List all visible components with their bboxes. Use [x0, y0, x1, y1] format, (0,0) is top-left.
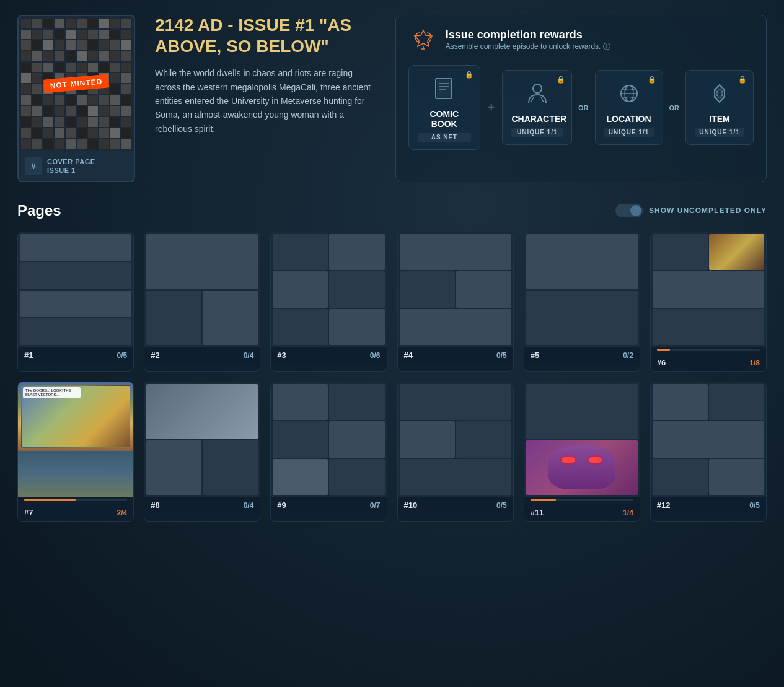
pages-grid: #1 0/5 #2 0/4	[17, 232, 767, 522]
page-thumbnail-6	[651, 232, 766, 347]
page-footer-6: #6 1/8	[651, 354, 766, 371]
page-count-3: 0/6	[370, 351, 381, 360]
page-count-9: 0/7	[370, 501, 381, 510]
page-footer-2: #2 0/4	[144, 347, 260, 364]
page-card-4[interactable]: #4 0/5	[397, 232, 514, 372]
lock-icon-item: 🔒	[738, 76, 747, 84]
page-number-1: #1	[24, 351, 33, 360]
cover-footer: # COVER PAGE ISSUE 1	[19, 151, 134, 181]
lock-icon-loc: 🔒	[648, 76, 656, 84]
page-count-8: 0/4	[244, 501, 254, 510]
page-footer-1: #1 0/5	[18, 347, 133, 364]
uncompleted-toggle[interactable]	[615, 204, 643, 217]
page-count-11: 1/4	[623, 509, 633, 517]
page-thumbnail-5	[524, 232, 640, 347]
lock-icon: 🔒	[465, 71, 473, 79]
page-number-8: #8	[151, 501, 159, 510]
progress-bar-7	[18, 497, 133, 504]
rewards-items: 🔒 Comic Book AS NFT +	[408, 65, 754, 150]
page-card-2[interactable]: #2 0/4	[144, 232, 260, 372]
header-section: NOT MINTED # COVER PAGE ISSUE 1 2142 AD …	[17, 15, 767, 182]
main-container: NOT MINTED # COVER PAGE ISSUE 1 2142 AD …	[0, 0, 784, 536]
page-card-11[interactable]: #11 1/4	[524, 382, 640, 522]
svg-point-7	[533, 84, 542, 93]
page-number-6: #6	[657, 358, 666, 367]
reward-location-tag: UNIQUE 1/1	[604, 128, 654, 137]
or-text-1: OR	[577, 104, 590, 112]
progress-bar-11	[524, 497, 640, 504]
page-number-10: #10	[404, 501, 418, 510]
page-count-7: 2/4	[117, 509, 127, 517]
location-icon	[614, 78, 645, 109]
page-card-3[interactable]: #3 0/6	[270, 232, 387, 372]
plus-separator: +	[485, 100, 498, 115]
page-number-9: #9	[277, 501, 286, 510]
reward-card-location[interactable]: 🔒 Location UNIQUE 1/1	[595, 70, 663, 145]
page-number-2: #2	[151, 351, 159, 360]
page-thumbnail-2	[144, 232, 260, 347]
toggle-label: SHOW UNCOMPLETED ONLY	[649, 206, 767, 215]
reward-item-name: Item	[695, 114, 744, 124]
reward-item-tag: UNIQUE 1/1	[695, 128, 744, 137]
toggle-container: SHOW UNCOMPLETED ONLY	[615, 204, 767, 217]
page-card-5[interactable]: #5 0/2	[524, 232, 640, 372]
svg-rect-3	[437, 80, 451, 97]
or-text-2: OR	[668, 104, 681, 112]
reward-card-character[interactable]: 🔒 Character UNIQUE 1/1	[502, 70, 572, 145]
page-thumbnail-12	[651, 382, 766, 497]
page-footer-4: #4 0/5	[398, 347, 513, 364]
page-thumbnail-7: THe DOORS... LOOK! THE BLAST VECTORS...	[18, 382, 133, 497]
page-thumbnail-3	[271, 232, 386, 347]
page-card-8[interactable]: #8 0/4	[144, 382, 260, 522]
pages-title: Pages	[17, 202, 61, 219]
page-card-10[interactable]: #10 0/5	[397, 382, 514, 522]
page-number-3: #3	[277, 351, 286, 360]
character-icon	[522, 78, 553, 109]
page-number-4: #4	[404, 351, 413, 360]
page-count-6: 1/8	[749, 359, 760, 367]
page-thumbnail-10	[398, 382, 513, 497]
page-card-7[interactable]: THe DOORS... LOOK! THE BLAST VECTORS... …	[17, 382, 134, 522]
page-number-5: #5	[531, 351, 539, 360]
page-number-12: #12	[657, 501, 671, 510]
reward-comic-name: Comic Book	[418, 109, 471, 129]
pages-header: Pages SHOW UNCOMPLETED ONLY	[17, 202, 767, 219]
page-card-6[interactable]: #6 1/8	[650, 232, 767, 372]
page-count-5: 0/2	[623, 351, 633, 360]
page-number-11: #11	[531, 508, 544, 517]
page-count-1: 0/5	[117, 351, 127, 360]
rewards-trophy-icon	[408, 25, 438, 55]
page-footer-9: #9 0/7	[271, 497, 386, 514]
page-footer-5: #5 0/2	[524, 347, 640, 364]
issue-title: 2142 AD - ISSUE #1 "AS ABOVE, SO BELOW"	[155, 15, 376, 56]
page-footer-8: #8 0/4	[144, 497, 260, 514]
reward-character-tag: UNIQUE 1/1	[511, 128, 563, 137]
progress-bar-6	[651, 347, 766, 354]
page-footer-7: #7 2/4	[18, 504, 133, 521]
page-card-12[interactable]: #12 0/5	[650, 382, 767, 522]
rewards-title-block: Issue completion rewards Assemble comple…	[446, 28, 610, 52]
toggle-knob	[630, 205, 641, 216]
rewards-title: Issue completion rewards	[446, 28, 610, 42]
page-number-7: #7	[24, 508, 33, 517]
page-thumbnail-9	[271, 382, 386, 497]
pages-section: Pages SHOW UNCOMPLETED ONLY	[17, 202, 767, 522]
reward-location-name: Location	[604, 114, 654, 124]
comic-book-icon	[429, 73, 460, 104]
info-icon: ⓘ	[603, 42, 610, 51]
reward-card-comic-book[interactable]: 🔒 Comic Book AS NFT	[408, 65, 480, 150]
cover-info: COVER PAGE ISSUE 1	[47, 157, 95, 175]
page-card-9[interactable]: #9 0/7	[270, 382, 387, 522]
page-card-1[interactable]: #1 0/5	[17, 232, 134, 372]
reward-character-name: Character	[511, 114, 563, 124]
page-thumbnail-1	[18, 232, 133, 347]
cover-hash: #	[25, 157, 42, 175]
rewards-subtitle: Assemble complete episode to unlock rewa…	[446, 42, 610, 52]
reward-card-item[interactable]: 🔒 Item UNIQUE 1/1	[685, 70, 754, 145]
page-thumbnail-8	[144, 382, 260, 497]
page-count-12: 0/5	[749, 501, 760, 510]
page-footer-12: #12 0/5	[651, 497, 766, 514]
item-icon	[704, 78, 735, 109]
cover-image-container: NOT MINTED # COVER PAGE ISSUE 1	[17, 15, 135, 182]
page-count-2: 0/4	[244, 351, 254, 360]
